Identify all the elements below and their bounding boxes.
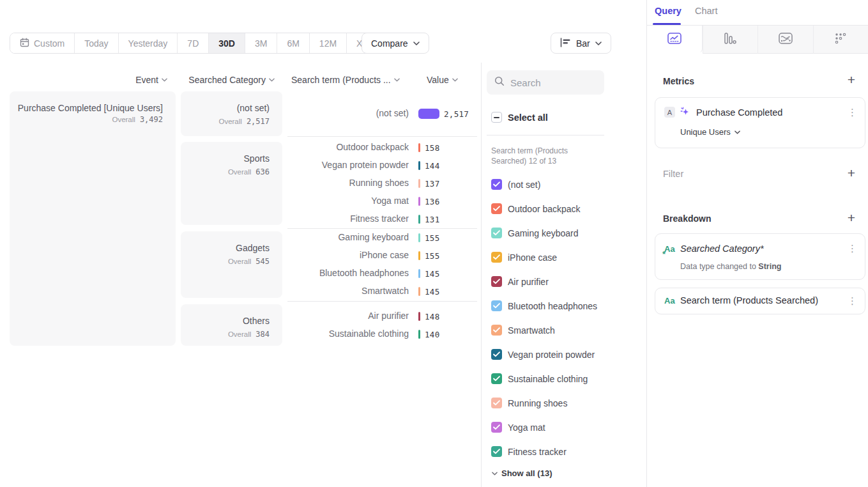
- table-row[interactable]: Running shoes137: [287, 177, 477, 190]
- search-input[interactable]: [510, 77, 593, 88]
- table-row[interactable]: Vegan protein powder144: [287, 159, 477, 172]
- filter-checkbox-item[interactable]: Fitness tracker: [491, 446, 567, 457]
- checkbox-checked-icon[interactable]: [491, 276, 502, 287]
- add-filter-button[interactable]: +: [844, 166, 858, 180]
- filter-checkbox-item[interactable]: Running shoes: [491, 398, 567, 408]
- checkbox-checked-icon[interactable]: [491, 422, 502, 433]
- filter-item-label: Sustainable clothing: [508, 374, 588, 384]
- checkbox-checked-icon[interactable]: [491, 349, 502, 360]
- column-header-search-term[interactable]: Search term (Products ...: [291, 75, 400, 85]
- table-row[interactable]: Smartwatch145: [287, 285, 477, 298]
- checkbox-checked-icon[interactable]: [491, 228, 502, 238]
- chevron-down-icon: [269, 78, 275, 82]
- kebab-menu-icon[interactable]: ⋮: [848, 243, 857, 254]
- checkbox-checked-icon[interactable]: [491, 300, 502, 311]
- show-all-label: Show all (13): [501, 468, 552, 478]
- table-row[interactable]: Fitness tracker131: [287, 213, 477, 226]
- table-row[interactable]: Bluetooth headphones145: [287, 267, 477, 280]
- filter-item-label: Yoga mat: [508, 422, 545, 433]
- value-bar: [418, 233, 420, 242]
- tab-funnels[interactable]: [703, 26, 758, 54]
- column-header-label: Value: [427, 75, 449, 85]
- category-cell[interactable]: OthersOverall384: [181, 304, 282, 346]
- string-property-icon: Aa *: [664, 244, 675, 254]
- table-row[interactable]: Sustainable clothing140: [287, 328, 477, 341]
- checkbox-checked-icon[interactable]: [491, 325, 502, 336]
- column-header-value[interactable]: Value: [427, 75, 458, 85]
- breakdown-name: Search term (Products Searched): [680, 295, 818, 305]
- kebab-menu-icon[interactable]: ⋮: [848, 295, 857, 306]
- add-metric-button[interactable]: +: [844, 73, 858, 87]
- category-name: Others: [187, 315, 270, 327]
- table-row[interactable]: Outdoor backpack158: [287, 141, 477, 154]
- search-term-label: (not set): [376, 108, 409, 118]
- tab-flows[interactable]: [758, 26, 813, 54]
- date-range-6m[interactable]: 6M: [277, 33, 309, 53]
- checkbox-indeterminate-icon[interactable]: [491, 112, 502, 123]
- date-range-label: 12M: [319, 38, 337, 49]
- checkbox-checked-icon[interactable]: [491, 398, 502, 408]
- kebab-menu-icon[interactable]: ⋮: [848, 107, 857, 118]
- date-range-custom[interactable]: Custom: [10, 33, 75, 53]
- date-range-yesterday[interactable]: Yesterday: [119, 33, 178, 53]
- filter-item-label: Outdoor backpack: [508, 204, 581, 214]
- date-range-today[interactable]: Today: [75, 33, 118, 53]
- overall-label: Overall: [218, 118, 241, 125]
- breakdown-card[interactable]: Aa Search term (Products Searched) ⋮: [655, 288, 865, 314]
- filter-checkbox-item[interactable]: Bluetooth headphones: [491, 300, 597, 311]
- flows-icon: [779, 33, 793, 47]
- filter-checkbox-item[interactable]: Gaming keyboard: [491, 228, 579, 238]
- category-cell[interactable]: SportsOverall636: [181, 142, 282, 225]
- category-cell[interactable]: (not set)Overall2,517: [181, 91, 282, 136]
- filter-checkbox-item[interactable]: iPhone case: [491, 252, 557, 263]
- column-header-searched-category[interactable]: Searched Category: [172, 75, 275, 85]
- column-header-event[interactable]: Event: [64, 75, 167, 85]
- filter-checkbox-item[interactable]: Smartwatch: [491, 325, 555, 336]
- filter-checkbox-item[interactable]: (not set): [491, 179, 540, 190]
- retention-icon: [835, 33, 846, 47]
- compare-button[interactable]: Compare: [362, 33, 429, 54]
- tab-retention[interactable]: [813, 26, 868, 54]
- table-row[interactable]: Air purifier148: [287, 310, 477, 323]
- date-range-3m[interactable]: 3M: [245, 33, 277, 53]
- date-range-12m[interactable]: 12M: [310, 33, 347, 53]
- search-term-label: Gaming keyboard: [338, 232, 409, 242]
- panel-divider: [481, 63, 482, 487]
- metric-aggregation-dropdown[interactable]: Unique Users: [680, 127, 740, 137]
- checkbox-checked-icon[interactable]: [491, 446, 502, 457]
- filter-item-label: (not set): [508, 180, 540, 190]
- date-range-30d[interactable]: 30D: [209, 33, 245, 53]
- category-cell[interactable]: GadgetsOverall545: [181, 231, 282, 298]
- tab-query[interactable]: Query: [655, 6, 681, 16]
- compare-label: Compare: [371, 38, 408, 49]
- select-all-control[interactable]: Select all: [491, 112, 548, 123]
- table-row[interactable]: Gaming keyboard155: [287, 231, 477, 244]
- checkbox-checked-icon[interactable]: [491, 252, 502, 263]
- tab-chart[interactable]: Chart: [695, 6, 717, 16]
- metric-card[interactable]: A Purchase Completed ⋮ Unique Users: [655, 97, 865, 148]
- group-separator: [287, 136, 477, 137]
- filter-checkbox-item[interactable]: Outdoor backpack: [491, 203, 581, 214]
- chart-type-button[interactable]: Bar: [551, 33, 611, 54]
- tab-insights[interactable]: [647, 26, 703, 54]
- filter-checkbox-item[interactable]: Air purifier: [491, 276, 549, 287]
- date-range-label: 3M: [255, 38, 267, 49]
- table-row[interactable]: (not set)2,517: [287, 107, 477, 120]
- add-breakdown-button[interactable]: +: [844, 211, 858, 225]
- filter-checkbox-item[interactable]: Vegan protein powder: [491, 349, 595, 360]
- filter-checkbox-item[interactable]: Sustainable clothing: [491, 373, 588, 384]
- checkbox-checked-icon[interactable]: [491, 373, 502, 384]
- date-range-7d[interactable]: 7D: [178, 33, 209, 53]
- filter-group-label: Search term (Products Searched) 12 of 13: [491, 146, 605, 166]
- checkbox-checked-icon[interactable]: [491, 179, 502, 190]
- filter-checkbox-item[interactable]: Yoga mat: [491, 422, 545, 433]
- breakdown-card[interactable]: Aa * Searched Category* ⋮ Data type chan…: [655, 233, 865, 280]
- checkbox-checked-icon[interactable]: [491, 203, 502, 214]
- search-term-label: Sustainable clothing: [329, 329, 409, 339]
- event-cell[interactable]: Purchase Completed [Unique Users] Overal…: [10, 91, 176, 346]
- overall-label: Overall: [228, 330, 251, 338]
- table-row[interactable]: Yoga mat136: [287, 195, 477, 208]
- filter-header: Filter: [663, 169, 683, 179]
- table-row[interactable]: iPhone case155: [287, 249, 477, 262]
- show-all-button[interactable]: Show all (13): [492, 468, 552, 478]
